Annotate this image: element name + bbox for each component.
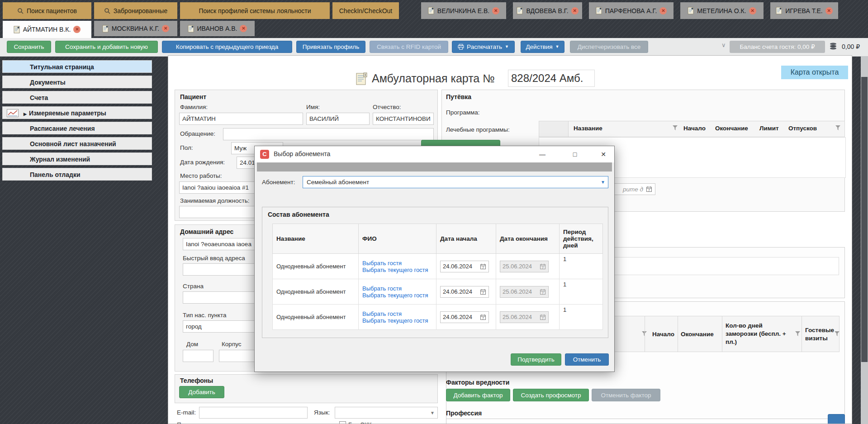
save-add-label: Сохранить и добавить новую [65,41,148,53]
tab-patient-metelina[interactable]: МЕТЕЛИНА О.К. ✕ [680,2,764,19]
close-icon[interactable]: ✕ [749,7,756,14]
surname-input[interactable]: АЙТМАТИН [179,113,303,125]
select-guest-link[interactable]: Выбрать гостя [362,285,402,292]
sidebar-item-measured-parameters[interactable]: ▶Измеряемые параметры [2,106,152,119]
card-number-input[interactable]: 828/2024 Амб. [508,70,595,87]
rfid-link-button[interactable]: Связать с RFID картой [370,41,448,53]
sidebar-item-treatment-schedule[interactable]: Расписание лечения [2,122,152,134]
patronymic-input[interactable]: КОНСТАНТИНОВИ [373,113,434,125]
tab-patient-ivanov[interactable]: ИВАНОВ А.В. ✕ [180,21,255,36]
confirm-button[interactable]: Подтвердить [511,353,561,366]
expand-arrow-icon[interactable]: ▶ [24,112,27,116]
close-icon[interactable]: ✕ [162,25,169,32]
col-name: Название [273,224,359,254]
cancel-button[interactable]: Отменить [565,353,609,366]
scrollbar-thumb[interactable] [861,77,868,362]
add-hazard-button[interactable]: Добавить фактор [446,389,510,401]
subscription-select[interactable]: Семейный абонемент ▼ [303,176,608,188]
subscription-composition-group: Состав абонемента Название ФИО Дата нача… [262,207,608,338]
filter-icon[interactable] [795,331,801,337]
end-date-input: 25.06.20247 [500,311,549,323]
table-row: Однодневный абонемент Выбрать гостяВыбра… [273,305,603,330]
lower-table-divider [645,316,645,352]
tab-patient-aytmatin-active[interactable]: АЙТМАТИН В.К. ✕ [3,21,91,38]
close-button[interactable]: ✕ [593,148,614,161]
dispatch-all-button[interactable]: Диспетчеризовать все [570,41,648,53]
svg-text:7: 7 [482,266,484,269]
select-guest-link[interactable]: Выбрать гостя [362,310,402,317]
start-date-input[interactable]: 24.06.20247 [440,311,489,323]
profession-input[interactable] [446,419,833,424]
print-button[interactable]: Распечатать ▼ [452,41,515,53]
salutation-input[interactable] [223,128,434,140]
house-input[interactable] [183,350,213,362]
tab-label: ВЕЛИЧКИНА Е.В. [437,7,489,14]
filter-icon[interactable] [834,331,840,337]
sidebar-item-invoices[interactable]: Счета [2,91,152,104]
card-icon [356,72,368,86]
maximize-button[interactable]: □ [564,148,585,161]
dispatch-all-label: Диспетчеризовать все [578,41,641,53]
close-icon[interactable]: ✕ [659,7,667,14]
language-select[interactable]: ▼ [335,407,438,419]
tab-patient-parfenova[interactable]: ПАРФЕНОВА А.Г. ✕ [589,2,674,19]
select-guest-link[interactable]: Выбрать гостя [362,260,402,267]
save-and-add-button[interactable]: Сохранить и добавить новую [55,41,158,53]
actions-button[interactable]: Действия ▼ [521,41,564,53]
no-skk-checkbox[interactable] [339,421,346,424]
svg-text:7: 7 [482,316,484,319]
firstname-input[interactable]: ВАСИЛИЙ [306,113,370,125]
cancel-hazard-button[interactable]: Отменить фактор [592,389,660,401]
period-value: 1 [560,305,603,330]
tab-label: ИГРЕВА Т.Е. [785,7,823,14]
lower-col-guest-visits: Гостевые визиты [805,326,837,343]
filter-icon[interactable] [835,125,841,131]
patient-section-title: Пациент [180,93,206,100]
document-icon [517,7,523,14]
bottom-right-button[interactable] [828,414,845,424]
document-icon [776,7,783,14]
vertical-scrollbar[interactable] [861,56,868,424]
tab-checkin-checkout[interactable]: CheckIn/CheckOut [332,2,399,19]
sidebar-item-change-log[interactable]: Журнал изменений [2,152,152,165]
close-icon[interactable]: ✕ [571,7,579,14]
tab-label: ПАРФЕНОВА А.Г. [605,7,657,14]
dialog-titlebar[interactable]: C Выбор абонемента — □ ✕ [255,146,614,162]
tab-patient-moskvina[interactable]: МОСКВИНА К.Г. ✕ [94,21,177,36]
sidebar-item-documents[interactable]: Документы [2,76,152,88]
calendar-icon: 7 [540,289,546,295]
no-skk-label: Без СКК [348,421,372,424]
close-icon[interactable]: ✕ [240,25,247,32]
minimize-button[interactable]: — [532,148,553,161]
select-current-guest-link[interactable]: Выбрать текущего гостя [362,267,428,273]
start-date-input[interactable]: 24.06.20247 [440,286,489,298]
tab-label: Поиск пациентов [27,7,77,14]
settlement-type-label: Тип нас. пункта [183,312,227,319]
sidebar-item-main-prescription-sheet[interactable]: Основной лист назначений [2,137,152,150]
filter-icon[interactable] [672,125,678,131]
tab-patient-igreva[interactable]: ИГРЕВА Т.Е. ✕ [770,2,838,19]
sidebar-item-label: Титульная страница [30,63,94,71]
sidebar-item-title-page[interactable]: Титульная страница [2,60,152,73]
bind-profile-button[interactable]: Привязать профиль [296,41,365,53]
tab-patient-velichkina[interactable]: ВЕЛИЧКИНА Е.В. ✕ [421,2,506,19]
close-icon[interactable]: ✕ [492,7,499,14]
tab-patient-search[interactable]: Поиск пациентов [3,2,91,19]
start-date-input[interactable]: 24.06.20247 [440,261,489,272]
save-button[interactable]: Сохранить [7,41,51,53]
chevron-down-icon: ▼ [505,41,509,53]
chevron-down-icon[interactable]: ∨ [721,42,726,48]
tab-booked[interactable]: Забронированные [94,2,177,19]
select-current-guest-link[interactable]: Выбрать текущего гостя [362,292,428,299]
close-icon[interactable]: ✕ [825,7,833,14]
copy-previous-visit-button[interactable]: Копировать с предыдущего приезда [162,41,292,53]
create-checkup-button[interactable]: Создать профосмотр [513,389,589,401]
close-icon[interactable]: ✕ [73,26,81,33]
end-date-input: 25.06.20247 [500,286,549,298]
tab-loyalty-profiles[interactable]: Поиск профилей системы лояльности [180,2,330,19]
select-current-guest-link[interactable]: Выбрать текущего гостя [362,317,428,324]
email-input[interactable] [199,407,308,419]
add-phone-button[interactable]: Добавить [179,386,224,398]
tab-patient-vdoveva[interactable]: ВДОВЕВА В.Г. ✕ [513,2,582,19]
sidebar-item-debug-panel[interactable]: Панель отладки [2,168,152,181]
